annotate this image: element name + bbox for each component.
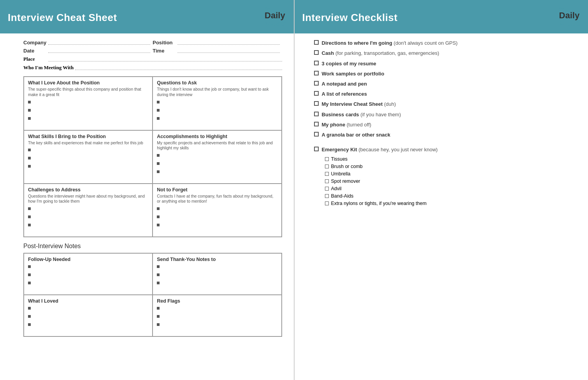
bullet-square bbox=[28, 215, 31, 218]
right-logo: the Daily Muse bbox=[558, 7, 580, 28]
post-interview-title: Post-Interview Notes bbox=[23, 243, 282, 250]
emergency-item-text: Tissues bbox=[331, 156, 348, 162]
bullet-item bbox=[28, 273, 148, 276]
emergency-sub-item: Tissues bbox=[325, 156, 577, 162]
bullet-square bbox=[157, 109, 160, 112]
bullet-square bbox=[28, 207, 31, 210]
check-box bbox=[314, 147, 319, 151]
bullet-item bbox=[28, 323, 148, 326]
emergency-item-text: Advil bbox=[331, 186, 342, 191]
field-meeting-label: Who I'm Meeting With bbox=[23, 65, 74, 71]
bullet-item bbox=[157, 323, 277, 326]
checklist-item: 3 copies of my resume bbox=[314, 60, 577, 67]
post-grid-cell-title: Red Flags bbox=[157, 298, 277, 304]
bullet-items bbox=[28, 149, 148, 168]
bullet-square bbox=[157, 315, 160, 318]
checklist-text: My phone (turned off) bbox=[322, 121, 372, 128]
bullet-square bbox=[157, 154, 160, 157]
check-box bbox=[314, 61, 319, 65]
check-box bbox=[314, 91, 319, 96]
bullet-square bbox=[157, 215, 160, 218]
right-header: Interview Checklist the Daily Muse bbox=[295, 0, 588, 33]
bullet-items bbox=[157, 207, 277, 226]
checklist-normal-text: (duh) bbox=[383, 101, 396, 107]
check-box-small bbox=[325, 179, 329, 183]
grid-cell: What Skills I Bring to the PositionThe k… bbox=[24, 130, 153, 184]
bullet-item bbox=[157, 282, 277, 284]
bullet-square bbox=[157, 323, 160, 326]
checklist-text: Work samples or portfolio bbox=[322, 70, 384, 77]
post-grid: Follow-Up NeededSend Thank-You Notes toW… bbox=[23, 253, 282, 337]
grid-cell-title: What I Love About the Position bbox=[28, 80, 148, 86]
bullet-item bbox=[28, 101, 148, 103]
checklist-bold-text: Work samples or portfolio bbox=[322, 71, 384, 77]
bullet-item bbox=[157, 170, 277, 173]
checklist-text: Directions to where I'm going (don't alw… bbox=[322, 40, 458, 47]
checklist-normal-text: (if you have them) bbox=[359, 112, 401, 117]
grid-cell: Questions to AskThings I don't know abou… bbox=[153, 77, 281, 130]
bullet-item bbox=[28, 315, 148, 318]
grid-cell: Challenges to AddressQuestions the inter… bbox=[24, 184, 153, 237]
grid-cell-title: Challenges to Address bbox=[28, 187, 148, 193]
right-logo-muse: Muse bbox=[558, 19, 580, 28]
bullet-square bbox=[28, 117, 31, 120]
bullet-item bbox=[157, 109, 277, 112]
post-grid-cell: Red Flags bbox=[153, 295, 281, 336]
right-content: Directions to where I'm going (don't alw… bbox=[295, 33, 588, 216]
emergency-sub-checklist: TissuesBrush or combUmbrellaSpot remover… bbox=[325, 156, 577, 206]
check-box bbox=[314, 112, 319, 116]
checklist-normal-text: (turned off) bbox=[345, 122, 371, 128]
emergency-sub-item: Extra nylons or tights, if you're wearin… bbox=[325, 201, 577, 206]
grid-cell-subtitle: Things I don't know about the job or com… bbox=[157, 87, 277, 97]
post-grid-cell: What I Loved bbox=[24, 295, 153, 336]
bullet-square bbox=[28, 165, 31, 168]
emergency-item-text: Umbrella bbox=[331, 171, 351, 177]
checklist-items: Directions to where I'm going (don't alw… bbox=[314, 40, 577, 138]
bullet-item bbox=[157, 162, 277, 165]
left-page: Interview Cheat Sheet the Daily Muse Com… bbox=[0, 0, 294, 380]
check-box bbox=[314, 40, 319, 45]
bullet-item bbox=[157, 207, 277, 210]
field-row-1: Company Position bbox=[23, 40, 282, 46]
field-meeting-dots bbox=[75, 65, 282, 70]
left-content: Company Position Date Time Place Who I'm… bbox=[0, 33, 294, 348]
field-company-label: Company bbox=[23, 40, 47, 46]
checklist-bold-text: Directions to where I'm going bbox=[322, 40, 393, 46]
check-box-small bbox=[325, 165, 329, 168]
checklist-bold-text: 3 copies of my resume bbox=[322, 61, 376, 67]
post-grid-cell-title: What I Loved bbox=[28, 298, 148, 304]
emergency-sub-item: Band-Aids bbox=[325, 193, 577, 199]
bullet-item bbox=[157, 215, 277, 218]
post-grid-cell-title: Follow-Up Needed bbox=[28, 257, 148, 262]
checklist-text: A notepad and pen bbox=[322, 81, 367, 88]
emergency-kit-bold: Emergency Kit bbox=[322, 147, 357, 152]
bullet-item bbox=[28, 282, 148, 284]
right-page: Interview Checklist the Daily Muse Direc… bbox=[295, 0, 588, 380]
grid-cell-title: Not to Forget bbox=[157, 187, 277, 193]
emergency-kit-header: Emergency Kit (because hey, you just nev… bbox=[314, 146, 577, 153]
checklist-bold-text: A list of references bbox=[322, 91, 367, 97]
emergency-kit-text: Emergency Kit (because hey, you just nev… bbox=[322, 146, 438, 153]
bullet-item bbox=[28, 117, 148, 120]
bullet-square bbox=[157, 265, 160, 268]
check-box-small bbox=[325, 157, 329, 161]
bullet-square bbox=[28, 307, 31, 310]
checklist-bold-text: Cash bbox=[322, 50, 334, 56]
post-bullet-items bbox=[157, 265, 277, 284]
field-time-dots bbox=[177, 48, 279, 53]
checklist-text: Business cards (if you have them) bbox=[322, 111, 401, 118]
bullet-item bbox=[157, 224, 277, 226]
checklist-normal-text: (don't always count on GPS) bbox=[392, 40, 458, 46]
check-box bbox=[314, 132, 319, 137]
main-grid: What I Love About the PositionThe super-… bbox=[23, 76, 282, 237]
field-date-dots bbox=[48, 48, 150, 53]
grid-cell-title: What Skills I Bring to the Position bbox=[28, 134, 148, 139]
bullet-square bbox=[28, 101, 31, 103]
bullet-item bbox=[28, 224, 148, 226]
checklist-normal-text: (for parking, transportation, gas, emerg… bbox=[334, 50, 439, 56]
grid-cell-subtitle: My specific projects and achievements th… bbox=[157, 140, 277, 151]
bullet-item bbox=[28, 307, 148, 310]
bullet-square bbox=[157, 282, 160, 284]
right-title: Interview Checklist bbox=[302, 12, 398, 24]
bullet-item bbox=[157, 265, 277, 268]
